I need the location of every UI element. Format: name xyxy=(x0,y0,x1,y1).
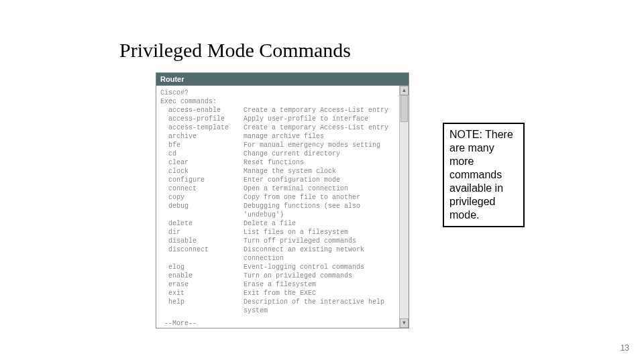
command-name: configure xyxy=(168,176,244,184)
command-row: configureEnter configuration mode xyxy=(160,176,395,184)
terminal-more: --More-- xyxy=(160,319,395,328)
command-row: deleteDelete a file xyxy=(160,219,395,228)
command-row: exitExit from the EXEC xyxy=(160,289,395,298)
command-name: enable xyxy=(168,272,244,280)
slide-title: Privileged Mode Commands xyxy=(119,39,351,62)
command-desc: Debugging functions (see also 'undebug') xyxy=(244,202,395,219)
command-desc: Erase a filesystem xyxy=(244,280,395,289)
command-row: disconnectDisconnect an existing network… xyxy=(160,245,395,263)
command-name: dir xyxy=(168,228,244,237)
command-name: elog xyxy=(168,263,244,272)
command-desc: Disconnect an existing network connectio… xyxy=(244,245,395,263)
router-window: Router Cisco#? Exec commands: access-ena… xyxy=(156,72,409,328)
command-desc: Turn off privileged commands xyxy=(244,237,395,245)
terminal-output: Cisco#? Exec commands: access-enableCrea… xyxy=(156,86,399,328)
page-number: 13 xyxy=(621,343,629,353)
command-name: clock xyxy=(168,167,244,176)
scroll-thumb[interactable] xyxy=(400,95,408,122)
router-body: Cisco#? Exec commands: access-enableCrea… xyxy=(156,86,409,328)
command-name: bfe xyxy=(168,141,244,149)
command-name: erase xyxy=(168,280,244,289)
command-desc: For manual emergency modes setting xyxy=(244,141,395,149)
command-name: copy xyxy=(168,193,244,202)
router-titlebar: Router xyxy=(156,73,409,86)
command-row: clearReset functions xyxy=(160,158,395,167)
note-box: NOTE: There are many more commands avail… xyxy=(443,123,525,227)
command-row: access-profileApply user-profile to inte… xyxy=(160,115,395,123)
command-desc: Create a temporary Access-List entry xyxy=(244,123,395,132)
command-desc: Delete a file xyxy=(244,219,395,228)
command-row: eraseErase a filesystem xyxy=(160,280,395,289)
scroll-down-button[interactable]: ▼ xyxy=(400,318,409,328)
command-desc: Change current directory xyxy=(244,149,395,158)
command-name: connect xyxy=(168,184,244,193)
command-row: cdChange current directory xyxy=(160,149,395,158)
command-name: disconnect xyxy=(168,245,244,263)
terminal-header: Exec commands: xyxy=(160,97,395,106)
command-name: delete xyxy=(168,219,244,228)
command-row: archivemanage archive files xyxy=(160,132,395,141)
command-row: access-templateCreate a temporary Access… xyxy=(160,123,395,132)
command-row: enableTurn on privileged commands xyxy=(160,272,395,280)
command-row: clockManage the system clock xyxy=(160,167,395,176)
command-desc: Event-logging control commands xyxy=(244,263,395,272)
command-name: cd xyxy=(168,149,244,158)
command-desc: Enter configuration mode xyxy=(244,176,395,184)
command-name: clear xyxy=(168,158,244,167)
command-desc: Turn on privileged commands xyxy=(244,272,395,280)
command-name: help xyxy=(168,298,244,315)
command-name: debug xyxy=(168,202,244,219)
command-desc: Description of the interactive help syst… xyxy=(244,298,395,315)
command-desc: Manage the system clock xyxy=(244,167,395,176)
command-name: access-profile xyxy=(168,115,244,123)
command-row: elogEvent-logging control commands xyxy=(160,263,395,272)
command-row: dirList files on a filesystem xyxy=(160,228,395,237)
command-name: archive xyxy=(168,132,244,141)
command-row: helpDescription of the interactive help … xyxy=(160,298,395,315)
command-desc: Apply user-profile to interface xyxy=(244,115,395,123)
command-row: disableTurn off privileged commands xyxy=(160,237,395,245)
command-desc: Reset functions xyxy=(244,158,395,167)
command-desc: manage archive files xyxy=(244,132,395,141)
scroll-up-button[interactable]: ▲ xyxy=(400,86,409,95)
scrollbar[interactable]: ▲ ▼ xyxy=(399,86,409,328)
command-name: exit xyxy=(168,289,244,298)
command-row: bfeFor manual emergency modes setting xyxy=(160,141,395,149)
command-desc: Create a temporary Access-List entry xyxy=(244,106,395,115)
command-desc: Exit from the EXEC xyxy=(244,289,395,298)
command-row: debugDebugging functions (see also 'unde… xyxy=(160,202,395,219)
command-name: access-template xyxy=(168,123,244,132)
command-row: connectOpen a terminal connection xyxy=(160,184,395,193)
command-row: access-enableCreate a temporary Access-L… xyxy=(160,106,395,115)
command-name: access-enable xyxy=(168,106,244,115)
command-row: copyCopy from one file to another xyxy=(160,193,395,202)
command-name: disable xyxy=(168,237,244,245)
command-desc: List files on a filesystem xyxy=(244,228,395,237)
command-desc: Open a terminal connection xyxy=(244,184,395,193)
terminal-prompt: Cisco#? xyxy=(160,88,395,97)
command-desc: Copy from one file to another xyxy=(244,193,395,202)
